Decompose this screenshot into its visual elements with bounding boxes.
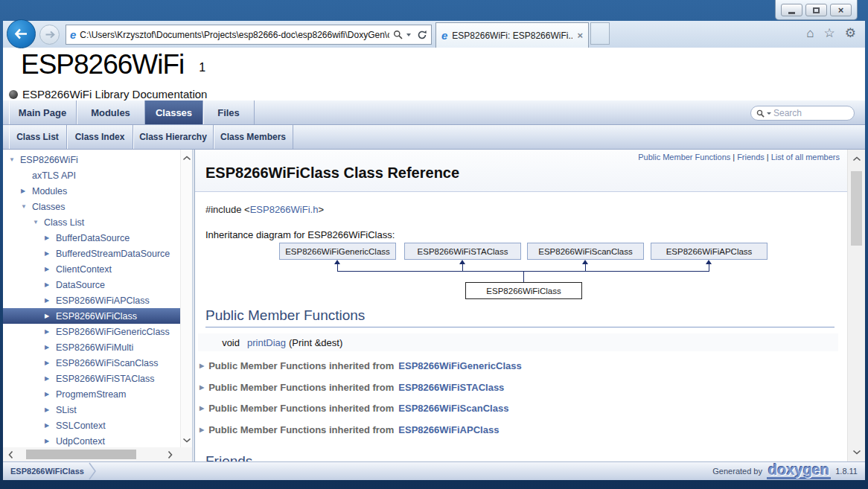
scroll-left-icon[interactable] [8,450,13,459]
sidebar-item-classes[interactable]: Classes [3,199,180,214]
address-bar[interactable]: e C:\Users\Krzysztof\Documents\Projects\… [66,25,432,45]
sidebar-horizontal-scrollbar[interactable] [3,447,192,461]
tab-classes[interactable]: Classes [145,100,203,124]
class-link-scanclass[interactable]: ESP8266WiFiScanClass [398,403,508,414]
chevron-down-icon[interactable] [33,219,44,226]
chevron-right-icon[interactable] [45,328,56,335]
chevron-right-icon[interactable] [45,234,56,241]
class-link-staclass[interactable]: ESP8266WiFiSTAClass [398,382,504,393]
sidebar-item-axtls-api[interactable]: axTLS API [3,167,180,183]
restore-button[interactable] [805,4,827,16]
favorites-star-icon[interactable]: ☆ [824,26,835,41]
sidebar-item-datasource[interactable]: DataSource [3,277,180,293]
inheritance-box-genericclass[interactable]: ESP8266WiFiGenericClass [279,243,396,260]
sidebar-item-esp8266wifigenericclass[interactable]: ESP8266WiFiGenericClass [3,324,180,339]
inherited-section-scanclass[interactable]: ▶Public Member Functions inherited fromE… [200,403,508,414]
chevron-down-icon[interactable] [21,203,32,210]
settings-gear-icon[interactable]: ⚙ [845,26,856,41]
sidebar-item-esp8266wificlass[interactable]: ESP8266WiFiClass [3,308,180,324]
class-link-apclass[interactable]: ESP8266WiFiAPClass [398,424,499,435]
member-link-printdiag[interactable]: printDiag [247,337,286,348]
tab-class-members[interactable]: Class Members [214,125,293,149]
tab-close-icon[interactable]: × [577,31,583,40]
url-text[interactable]: C:\Users\Krzysztof\Documents\Projects\es… [80,30,389,40]
scrollbar-thumb[interactable] [26,450,136,459]
content-vertical-scrollbar[interactable] [847,150,865,461]
scroll-down-icon[interactable] [852,450,861,455]
sidebar-item-esp8266wifiscanclass[interactable]: ESP8266WiFiScanClass [3,355,180,371]
summary-link-friends[interactable]: Friends [737,153,765,162]
inheritance-box-apclass[interactable]: ESP8266WiFiAPClass [651,243,768,260]
minimize-button[interactable] [781,4,802,16]
class-link-genericclass[interactable]: ESP8266WiFiGenericClass [398,360,521,371]
chevron-right-icon[interactable] [45,344,56,351]
search-filter-caret-icon[interactable] [767,112,771,115]
sidebar-item-class-list[interactable]: Class List [3,214,180,230]
generated-by: Generated by doxygen 1.8.11 [712,462,858,480]
search-dropdown-icon[interactable] [406,33,411,36]
inherited-section-staclass[interactable]: ▶Public Member Functions inherited fromE… [200,382,504,393]
tab-main-page[interactable]: Main Page [9,100,77,124]
breadcrumb-item[interactable]: ESP8266WiFiClass [10,467,84,476]
search-input[interactable] [773,108,840,118]
scroll-right-icon[interactable] [167,450,173,459]
chevron-right-icon[interactable] [21,188,32,194]
summary-link-public-member-functions[interactable]: Public Member Functions [638,153,730,162]
sidebar-item-modules[interactable]: Modules [3,183,180,199]
sidebar-item-esp8266wifimulti[interactable]: ESP8266WiFiMulti [3,339,180,355]
browser-tab[interactable]: e ESP8266WiFi: ESP8266WiFi... × [435,22,589,48]
sidebar-item-esp8266wifiapclass[interactable]: ESP8266WiFiAPClass [3,293,180,308]
triangle-right-icon: ▶ [200,405,204,412]
doxygen-logo[interactable]: doxygen [767,463,831,479]
chevron-right-icon[interactable] [45,359,56,366]
chevron-down-icon[interactable] [9,156,20,163]
inheritance-box-wificlass[interactable]: ESP8266WiFiClass [465,282,582,299]
summary-link-all-members[interactable]: List of all members [771,153,840,162]
chevron-right-icon[interactable] [45,313,56,319]
search-icon[interactable] [393,30,403,39]
chevron-right-icon[interactable] [45,250,56,257]
forward-button[interactable] [39,25,60,45]
navigation-sidebar: ESP8266WiFi axTLS API Modules Classes Cl… [3,150,192,461]
new-tab-button[interactable] [590,22,610,45]
chevron-right-icon[interactable] [45,391,56,397]
chevron-right-icon[interactable] [45,422,56,429]
include-file-link[interactable]: ESP8266WiFi.h [250,204,319,215]
scrollbar-thumb[interactable] [851,171,862,246]
project-tagline: ESP8266WiFi Library Documentation [9,88,207,100]
refresh-icon[interactable] [417,30,427,40]
sidebar-item-bufferdatasource[interactable]: BufferDataSource [3,230,180,246]
back-button[interactable] [7,19,36,48]
sidebar-item-esp8266wifistaclass[interactable]: ESP8266WiFiSTAClass [3,371,180,386]
chevron-right-icon[interactable] [45,375,56,382]
close-button[interactable]: × [830,4,852,16]
sidebar-item-clientcontext[interactable]: ClientContext [3,261,180,277]
search-box[interactable] [750,106,855,121]
sidebar-item-esp8266wifi[interactable]: ESP8266WiFi [3,152,180,167]
sidebar-item-slist[interactable]: SList [3,402,180,418]
inheritance-box-staclass[interactable]: ESP8266WiFiSTAClass [404,243,521,260]
chevron-right-icon[interactable] [45,406,56,413]
sidebar-item-progmemstream[interactable]: ProgmemStream [3,386,180,402]
sidebar-item-bufferedstreamdatasource[interactable]: BufferedStreamDataSource [3,246,180,261]
scroll-down-icon[interactable] [182,438,191,443]
sidebar-item-sslcontext[interactable]: SSLContext [3,418,180,433]
tab-modules[interactable]: Modules [77,100,145,124]
inherited-section-apclass[interactable]: ▶Public Member Functions inherited fromE… [200,424,499,435]
chevron-right-icon[interactable] [45,438,56,444]
chevron-right-icon[interactable] [45,266,56,272]
sidebar-vertical-scrollbar[interactable] [180,150,192,447]
tab-class-index[interactable]: Class Index [67,125,133,149]
tab-class-hierarchy[interactable]: Class Hierarchy [133,125,214,149]
inheritance-box-scanclass[interactable]: ESP8266WiFiScanClass [527,243,644,260]
tab-class-list[interactable]: Class List [9,125,67,149]
scroll-up-icon[interactable] [182,156,191,161]
sidebar-item-udpcontext[interactable]: UdpContext [3,433,180,447]
scroll-up-icon[interactable] [852,156,861,162]
chevron-right-icon[interactable] [45,281,56,288]
inherited-section-genericclass[interactable]: ▶Public Member Functions inherited fromE… [200,360,522,371]
home-icon[interactable]: ⌂ [806,26,814,41]
chevron-right-icon[interactable] [45,297,56,304]
tab-files[interactable]: Files [203,100,255,124]
search-magnifier-icon[interactable] [756,109,765,118]
